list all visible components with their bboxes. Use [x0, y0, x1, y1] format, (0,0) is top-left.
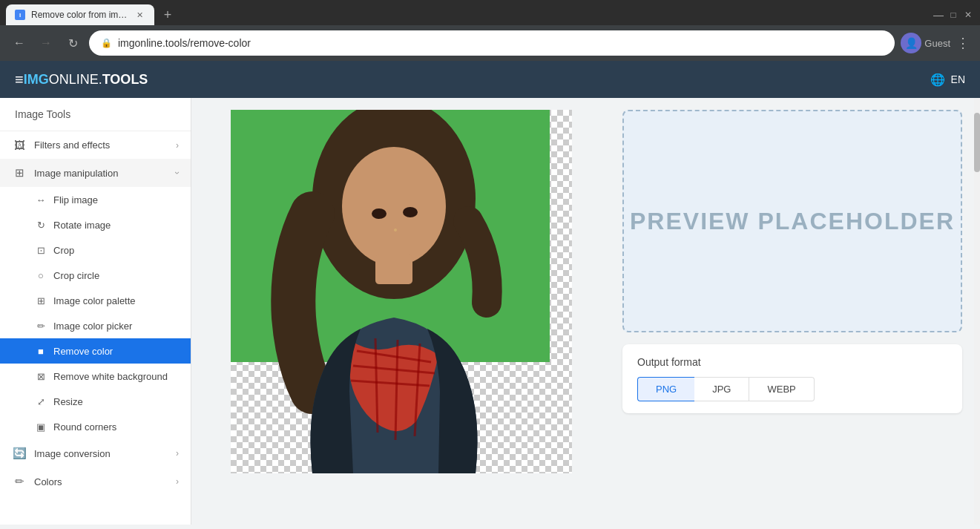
nav-bar: ← → ↻ 🔒 imgonline.tools/remove-color 👤 G…	[0, 25, 980, 61]
sidebar-item-colors[interactable]: ✏ Colors ›	[0, 467, 191, 496]
reload-button[interactable]: ↻	[62, 33, 83, 53]
conversion-arrow-icon: ›	[176, 448, 179, 459]
image-manipulation-icon: ⊞	[12, 166, 27, 180]
main-content: PREVIEW PLACEHOLDER Output format PNG JP…	[191, 98, 980, 525]
preview-box: PREVIEW PLACEHOLDER	[622, 110, 962, 332]
color-palette-icon: ⊞	[34, 294, 47, 307]
sidebar-item-crop[interactable]: ⊡ Crop	[0, 237, 191, 263]
tab-bar: I Remove color from image - onli ✕ + — □…	[0, 0, 980, 25]
crop-icon: ⊡	[34, 243, 47, 257]
header-lang[interactable]: 🌐 EN	[930, 73, 965, 87]
format-png-button[interactable]: PNG	[637, 377, 694, 401]
app-header: ≡ IMGONLINE.TOOLS 🌐 EN	[0, 61, 980, 98]
filters-arrow-icon: ›	[176, 140, 179, 151]
browser-menu-button[interactable]: ⋮	[956, 35, 971, 51]
app-body: Image Tools 🖼 Filters and effects › ⊞ Im…	[0, 98, 980, 525]
image-container	[231, 110, 572, 473]
profile-avatar: 👤	[901, 33, 921, 53]
sidebar-filters-label: Filters and effects	[34, 139, 168, 151]
sidebar-item-flip[interactable]: ↔ Flip image	[0, 187, 191, 212]
manipulation-arrow-icon: ›	[172, 171, 182, 174]
profile-label: Guest	[924, 38, 950, 49]
remove-white-label: Remove white background	[53, 371, 168, 382]
tab-close-button[interactable]: ✕	[134, 9, 145, 21]
active-tab[interactable]: I Remove color from image - onli ✕	[6, 4, 154, 25]
sidebar-item-resize[interactable]: ⤢ Resize	[0, 389, 191, 414]
tab-title: Remove color from image - onli	[31, 10, 128, 20]
sidebar-colors-label: Colors	[34, 476, 168, 487]
sidebar-item-rotate[interactable]: ↻ Rotate image	[0, 212, 191, 237]
sidebar-item-image-manipulation[interactable]: ⊞ Image manipulation ›	[0, 159, 191, 187]
sidebar-title: Image Tools	[0, 98, 191, 131]
round-corners-label: Round corners	[53, 421, 116, 433]
preview-placeholder-text: PREVIEW PLACEHOLDER	[630, 208, 955, 235]
rotate-label: Rotate image	[53, 220, 111, 231]
svg-point-10	[372, 208, 387, 219]
app-logo: IMGONLINE.TOOLS	[24, 72, 148, 88]
flip-label: Flip image	[53, 194, 98, 206]
remove-color-label: Remove color	[53, 346, 113, 357]
color-picker-label: Image color picker	[53, 321, 132, 332]
back-button[interactable]: ←	[9, 33, 30, 53]
person-image	[253, 110, 535, 473]
format-buttons: PNG JPG WEBP	[637, 377, 947, 401]
lang-label: EN	[951, 73, 965, 85]
resize-icon: ⤢	[34, 395, 47, 408]
logo-online-part: ONLINE.	[49, 72, 102, 87]
sidebar-item-remove-color[interactable]: ■ Remove color	[0, 338, 191, 364]
logo-tools-part: TOOLS	[102, 72, 148, 87]
app: ≡ IMGONLINE.TOOLS 🌐 EN Image Tools 🖼 Fil…	[0, 61, 980, 525]
output-format-card: Output format PNG JPG WEBP	[622, 344, 962, 413]
new-tab-button[interactable]: +	[157, 4, 178, 25]
globe-icon: 🌐	[930, 73, 945, 87]
sidebar-item-color-picker[interactable]: ✏ Image color picker	[0, 313, 191, 338]
sidebar-item-image-conversion[interactable]: 🔄 Image conversion ›	[0, 439, 191, 467]
lock-icon: 🔒	[101, 38, 112, 48]
sidebar-item-remove-white[interactable]: ⊠ Remove white background	[0, 364, 191, 389]
colors-arrow-icon: ›	[176, 476, 179, 487]
colors-icon: ✏	[12, 475, 27, 488]
sidebar-item-crop-circle[interactable]: ○ Crop circle	[0, 263, 191, 288]
hamburger-menu-button[interactable]: ≡	[15, 71, 24, 88]
scrollbar-thumb[interactable]	[974, 113, 980, 172]
sidebar-item-round-corners[interactable]: ▣ Round corners	[0, 414, 191, 439]
color-picker-icon: ✏	[34, 319, 47, 332]
output-format-label: Output format	[637, 356, 947, 368]
svg-rect-2	[375, 254, 412, 284]
forward-button[interactable]: →	[36, 33, 56, 53]
sidebar: Image Tools 🖼 Filters and effects › ⊞ Im…	[0, 98, 191, 525]
window-minimize-button[interactable]: —	[933, 9, 944, 21]
scrollbar[interactable]	[974, 98, 980, 525]
crop-circle-label: Crop circle	[53, 270, 99, 281]
browser-chrome: I Remove color from image - onli ✕ + — □…	[0, 0, 980, 61]
svg-point-9	[394, 229, 397, 231]
address-text: imgonline.tools/remove-color	[118, 37, 251, 49]
rotate-icon: ↻	[34, 218, 47, 231]
window-maximize-button[interactable]: □	[947, 9, 959, 21]
window-controls: — □ ✕	[933, 9, 974, 21]
crop-label: Crop	[53, 245, 74, 256]
profile-button[interactable]: 👤 Guest	[901, 33, 950, 53]
window-close-button[interactable]: ✕	[962, 9, 974, 21]
sidebar-item-color-palette[interactable]: ⊞ Image color palette	[0, 288, 191, 313]
crop-circle-icon: ○	[34, 269, 47, 282]
resize-label: Resize	[53, 396, 83, 407]
flip-icon: ↔	[34, 193, 47, 206]
sidebar-conversion-label: Image conversion	[34, 448, 168, 459]
remove-color-icon: ■	[34, 344, 47, 358]
color-palette-label: Image color palette	[53, 295, 136, 306]
filters-icon: 🖼	[12, 139, 27, 151]
address-bar[interactable]: 🔒 imgonline.tools/remove-color	[89, 30, 895, 56]
remove-white-icon: ⊠	[34, 369, 47, 383]
svg-point-1	[342, 147, 446, 266]
tab-favicon: I	[15, 10, 25, 20]
svg-point-11	[403, 207, 418, 217]
sidebar-item-filters[interactable]: 🖼 Filters and effects ›	[0, 131, 191, 159]
format-webp-button[interactable]: WEBP	[749, 377, 814, 401]
logo-img-part: IMG	[24, 72, 49, 87]
image-conversion-icon: 🔄	[12, 447, 27, 460]
image-area	[191, 98, 611, 525]
round-corners-icon: ▣	[34, 420, 47, 433]
right-panel: PREVIEW PLACEHOLDER Output format PNG JP…	[611, 98, 974, 525]
format-jpg-button[interactable]: JPG	[694, 377, 749, 401]
